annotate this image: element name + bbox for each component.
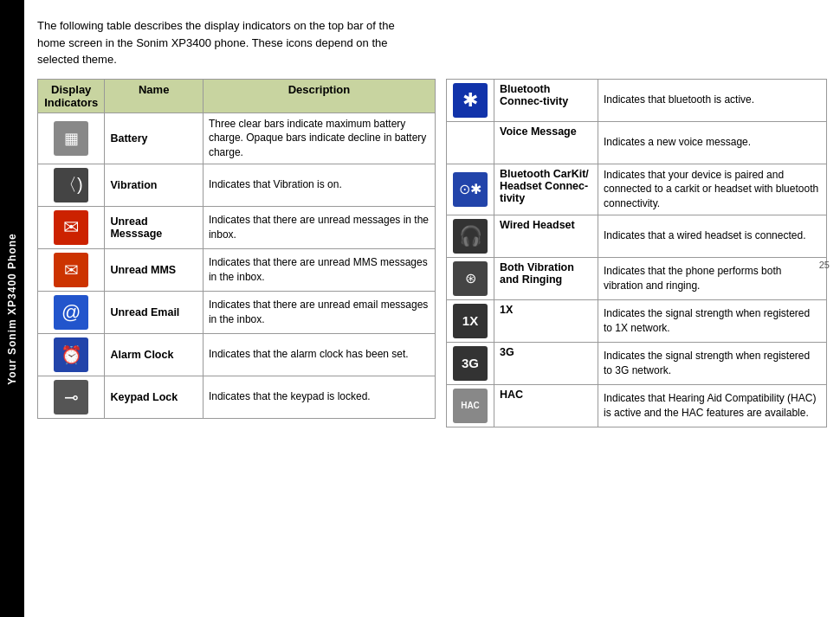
col-header-display: Display Indicators <box>38 79 105 112</box>
table-row: ⊙✱ Bluetooth CarKit/ Headset Connec-tivi… <box>447 164 827 215</box>
table-row: ✉ Unread Messsage Indicates that there a… <box>38 206 436 248</box>
icon-cell-unread-message: ✉ <box>38 206 105 248</box>
left-indicators-table: Display Indicators Name Description ▦ Ba… <box>37 79 436 419</box>
name-cell-1x: 1X <box>494 299 598 342</box>
icon-cell-battery: ▦ <box>38 112 105 164</box>
icon-cell-both-vibration-ringing: ⊛ <box>447 257 494 299</box>
icon-cell-hac: HAC <box>447 384 494 427</box>
alarm-clock-icon: ⏰ <box>54 337 88 372</box>
name-cell-battery: Battery <box>105 112 203 164</box>
name-cell-bluetooth: Bluetooth Connec-tivity <box>494 79 598 121</box>
voice-message-icon <box>453 125 488 160</box>
desc-cell-vibration: Indicates that Vibration is on. <box>203 164 435 206</box>
table-row: Voice Message Indicates a new voice mess… <box>447 121 827 164</box>
table-row: 🎧 Wired Headset Indicates that a wired h… <box>447 215 827 257</box>
name-cell-alarm-clock: Alarm Clock <box>105 333 203 376</box>
col-header-name: Name <box>105 79 203 112</box>
both-vibration-ringing-icon: ⊛ <box>453 261 488 296</box>
sidebar-label: Your Sonim XP3400 Phone <box>6 233 18 384</box>
1x-icon: 1X <box>453 304 488 338</box>
3g-icon: 3G <box>453 346 488 381</box>
desc-cell-1x: Indicates the signal strength when regis… <box>598 299 827 342</box>
battery-icon: ▦ <box>54 121 88 156</box>
table-row: ⊛ Both Vibration and Ringing Indicates t… <box>447 257 827 299</box>
intro-paragraph: The following table describes the displa… <box>37 17 410 68</box>
table-row: ✱ Bluetooth Connec-tivity Indicates that… <box>447 79 827 121</box>
desc-cell-3g: Indicates the signal strength when regis… <box>598 342 827 384</box>
col-header-description: Description <box>203 79 435 112</box>
vibration-icon: 〈) <box>54 168 88 202</box>
name-cell-hac: HAC <box>494 384 598 427</box>
table-row: ▦ Battery Three clear bars indicate maxi… <box>38 112 436 164</box>
icon-cell-voice-message <box>447 121 494 164</box>
icon-cell-wired-headset: 🎧 <box>447 215 494 257</box>
table-row: ✉ Unread MMS Indicates that there are un… <box>38 248 436 291</box>
desc-cell-wired-headset: Indicates that a wired headset is connec… <box>598 215 827 257</box>
hac-icon: HAC <box>453 389 488 423</box>
name-cell-bt-carkit: Bluetooth CarKit/ Headset Connec-tivity <box>494 164 598 215</box>
icon-cell-alarm-clock: ⏰ <box>38 333 105 376</box>
desc-cell-hac: Indicates that Hearing Aid Compatibility… <box>598 384 827 427</box>
name-cell-unread-email: Unread Email <box>105 291 203 333</box>
table-row: 〈) Vibration Indicates that Vibration is… <box>38 164 436 206</box>
icon-cell-vibration: 〈) <box>38 164 105 206</box>
desc-cell-battery: Three clear bars indicate maximum batter… <box>203 112 435 164</box>
page-number: 25 <box>819 260 830 270</box>
name-cell-3g: 3G <box>494 342 598 384</box>
desc-cell-unread-message: Indicates that there are unread messages… <box>203 206 435 248</box>
table-row: ⏰ Alarm Clock Indicates that the alarm c… <box>38 333 436 376</box>
keypad-lock-icon: ⊸ <box>54 380 88 415</box>
icon-cell-bluetooth: ✱ <box>447 79 494 121</box>
name-cell-both-vibration-ringing: Both Vibration and Ringing <box>494 257 598 299</box>
icon-cell-3g: 3G <box>447 342 494 384</box>
icon-cell-1x: 1X <box>447 299 494 342</box>
unread-message-icon: ✉ <box>54 210 88 245</box>
unread-email-icon: @ <box>54 295 88 330</box>
bluetooth-icon: ✱ <box>453 83 488 118</box>
name-cell-vibration: Vibration <box>105 164 203 206</box>
table-row: HAC HAC Indicates that Hearing Aid Compa… <box>447 384 827 427</box>
unread-mms-icon: ✉ <box>54 253 88 287</box>
desc-cell-keypad-lock: Indicates that the keypad is locked. <box>203 376 435 418</box>
table-header-row: Display Indicators Name Description <box>38 79 436 112</box>
sidebar: Your Sonim XP3400 Phone <box>0 0 24 617</box>
icon-cell-unread-email: @ <box>38 291 105 333</box>
table-row: @ Unread Email Indicates that there are … <box>38 291 436 333</box>
table-row: ⊸ Keypad Lock Indicates that the keypad … <box>38 376 436 418</box>
desc-cell-bt-carkit: Indicates that your device is paired and… <box>598 164 827 215</box>
right-indicators-table: ✱ Bluetooth Connec-tivity Indicates that… <box>446 79 827 427</box>
icon-cell-keypad-lock: ⊸ <box>38 376 105 418</box>
desc-cell-unread-mms: Indicates that there are unread MMS mess… <box>203 248 435 291</box>
desc-cell-alarm-clock: Indicates that the alarm clock has been … <box>203 333 435 376</box>
desc-cell-unread-email: Indicates that there are unread email me… <box>203 291 435 333</box>
icon-cell-bt-carkit: ⊙✱ <box>447 164 494 215</box>
icon-cell-unread-mms: ✉ <box>38 248 105 291</box>
desc-cell-bluetooth: Indicates that bluetooth is active. <box>598 79 827 121</box>
name-cell-unread-message: Unread Messsage <box>105 206 203 248</box>
name-cell-unread-mms: Unread MMS <box>105 248 203 291</box>
desc-cell-voice-message: Indicates a new voice message. <box>598 121 827 164</box>
name-cell-voice-message: Voice Message <box>494 121 598 164</box>
name-cell-keypad-lock: Keypad Lock <box>105 376 203 418</box>
main-content: The following table describes the displa… <box>24 0 840 617</box>
wired-headset-icon: 🎧 <box>453 219 488 254</box>
name-cell-wired-headset: Wired Headset <box>494 215 598 257</box>
tables-container: Display Indicators Name Description ▦ Ba… <box>37 79 827 427</box>
table-row: 1X 1X Indicates the signal strength when… <box>447 299 827 342</box>
desc-cell-both-vibration-ringing: Indicates that the phone performs both v… <box>598 257 827 299</box>
bt-carkit-icon: ⊙✱ <box>453 172 488 207</box>
table-row: 3G 3G Indicates the signal strength when… <box>447 342 827 384</box>
